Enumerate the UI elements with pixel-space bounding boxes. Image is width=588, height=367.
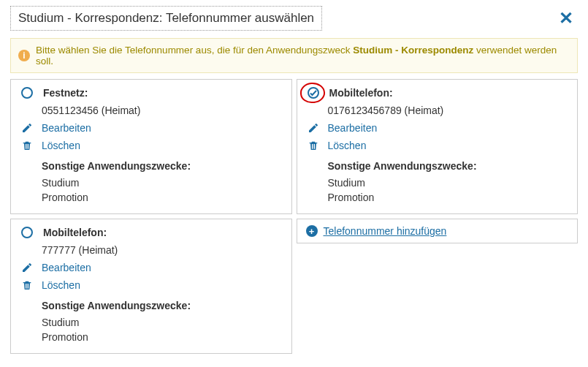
delete-link[interactable]: Löschen <box>42 140 80 151</box>
use-item: Promotion <box>42 330 283 345</box>
phone-number: 0551123456 (Heimat) <box>42 105 140 116</box>
other-uses-heading: Sonstige Anwendungszwecke: <box>42 160 283 172</box>
use-item: Studium <box>42 316 283 330</box>
edit-icon[interactable] <box>306 122 321 134</box>
radio-unselected-icon[interactable] <box>20 227 34 238</box>
other-uses-heading: Sonstige Anwendungszwecke: <box>42 300 283 311</box>
other-uses-heading: Sonstige Anwendungszwecke: <box>328 160 569 172</box>
phone-number: 0176123456789 (Heimat) <box>328 105 444 116</box>
delete-link[interactable]: Löschen <box>328 140 367 151</box>
phone-card-mobil-2: Mobiltelefon: 777777 (Heimat) Bearbeiten… <box>10 219 292 354</box>
delete-link[interactable]: Löschen <box>42 279 80 291</box>
radio-selected-icon[interactable] <box>306 87 321 99</box>
phone-type-label: Mobiltelefon: <box>329 87 393 99</box>
use-item: Studium <box>42 176 283 191</box>
use-item: Promotion <box>328 191 569 205</box>
radio-unselected-icon[interactable] <box>20 87 34 99</box>
phone-type-label: Mobiltelefon: <box>43 227 107 238</box>
delete-icon[interactable] <box>306 140 321 151</box>
info-banner: i Bitte wählen Sie die Telefonnummer aus… <box>10 38 578 73</box>
edit-icon[interactable] <box>20 122 34 134</box>
edit-link[interactable]: Bearbeiten <box>42 262 91 273</box>
use-item: Studium <box>328 176 569 191</box>
close-icon[interactable]: ✕ <box>554 8 578 29</box>
dialog-title: Studium - Korrespondenz: Telefonnummer a… <box>10 6 322 31</box>
edit-link[interactable]: Bearbeiten <box>42 122 91 134</box>
delete-icon[interactable] <box>20 140 34 151</box>
use-item: Promotion <box>42 191 283 205</box>
info-icon: i <box>18 50 30 61</box>
delete-icon[interactable] <box>20 279 34 291</box>
info-text: Bitte wählen Sie die Telefonnummer aus, … <box>36 45 570 67</box>
phone-card-mobil-selected: Mobiltelefon: 0176123456789 (Heimat) Bea… <box>297 79 579 214</box>
add-phone-link[interactable]: Telefonnummer hinzufügen <box>324 225 447 237</box>
phone-card-festnetz: Festnetz: 0551123456 (Heimat) Bearbeiten… <box>10 79 292 214</box>
edit-link[interactable]: Bearbeiten <box>328 122 378 134</box>
edit-icon[interactable] <box>20 262 34 273</box>
add-phone-card: + Telefonnummer hinzufügen <box>297 219 579 243</box>
phone-type-label: Festnetz: <box>43 87 88 99</box>
phone-number: 777777 (Heimat) <box>42 244 118 256</box>
plus-icon[interactable]: + <box>306 225 318 237</box>
